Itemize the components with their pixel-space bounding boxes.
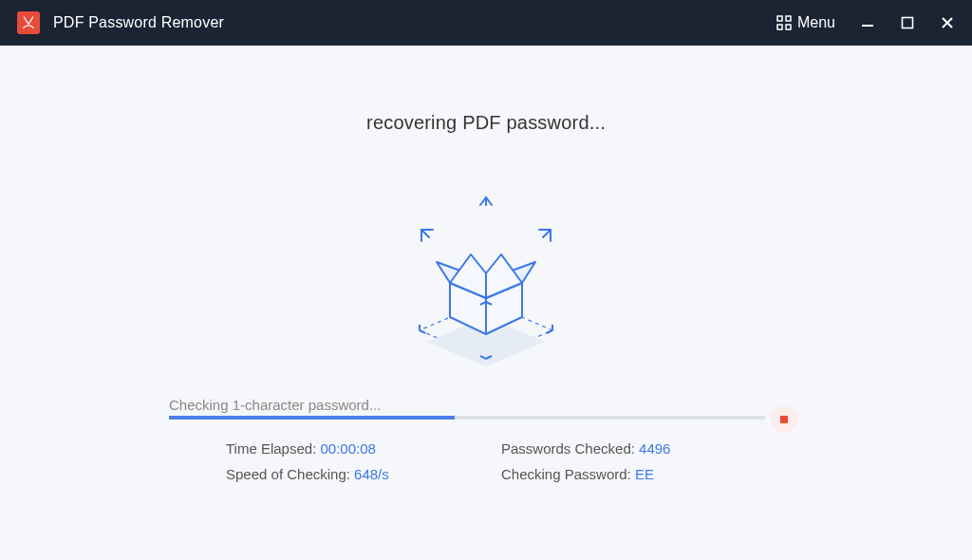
status-text: Checking 1-character password... bbox=[169, 397, 381, 413]
maximize-button[interactable] bbox=[900, 15, 915, 30]
stop-button[interactable] bbox=[771, 406, 797, 433]
svg-rect-0 bbox=[777, 16, 782, 21]
speed-value: 648/s bbox=[354, 466, 389, 482]
menu-button[interactable]: Menu bbox=[776, 14, 835, 31]
main-content: recovering PDF password... bbox=[0, 46, 972, 560]
checking-password-label: Checking Password: bbox=[501, 466, 635, 482]
window-controls bbox=[860, 15, 955, 30]
passwords-checked-label: Passwords Checked: bbox=[501, 440, 639, 457]
app-title: PDF Password Remover bbox=[53, 14, 224, 31]
passwords-checked-value: 4496 bbox=[639, 440, 670, 457]
speed-row: Speed of Checking: 648/s bbox=[226, 466, 501, 482]
time-elapsed-row: Time Elapsed: 00:00:08 bbox=[226, 440, 501, 457]
checking-password-value: EE bbox=[635, 466, 654, 482]
stats-grid: Time Elapsed: 00:00:08 Passwords Checked… bbox=[226, 440, 795, 482]
close-button[interactable] bbox=[940, 15, 955, 30]
svg-rect-2 bbox=[777, 25, 782, 29]
page-title: recovering PDF password... bbox=[0, 112, 972, 134]
scanning-box-illustration bbox=[382, 188, 590, 378]
checking-password-row: Checking Password: EE bbox=[501, 466, 776, 482]
stop-icon bbox=[780, 416, 788, 423]
time-elapsed-label: Time Elapsed: bbox=[226, 440, 321, 457]
progress-fill bbox=[169, 416, 455, 420]
svg-rect-5 bbox=[903, 18, 913, 28]
time-elapsed-value: 00:00:08 bbox=[321, 440, 376, 457]
minimize-button[interactable] bbox=[860, 15, 875, 30]
menu-label: Menu bbox=[797, 14, 835, 31]
svg-rect-1 bbox=[786, 16, 791, 21]
passwords-checked-row: Passwords Checked: 4496 bbox=[501, 440, 776, 457]
svg-rect-3 bbox=[786, 25, 791, 29]
titlebar: PDF Password Remover Menu bbox=[0, 0, 972, 46]
app-logo-icon bbox=[17, 11, 40, 34]
progress-bar bbox=[169, 416, 765, 420]
speed-label: Speed of Checking: bbox=[226, 466, 354, 482]
menu-grid-icon bbox=[776, 15, 792, 30]
